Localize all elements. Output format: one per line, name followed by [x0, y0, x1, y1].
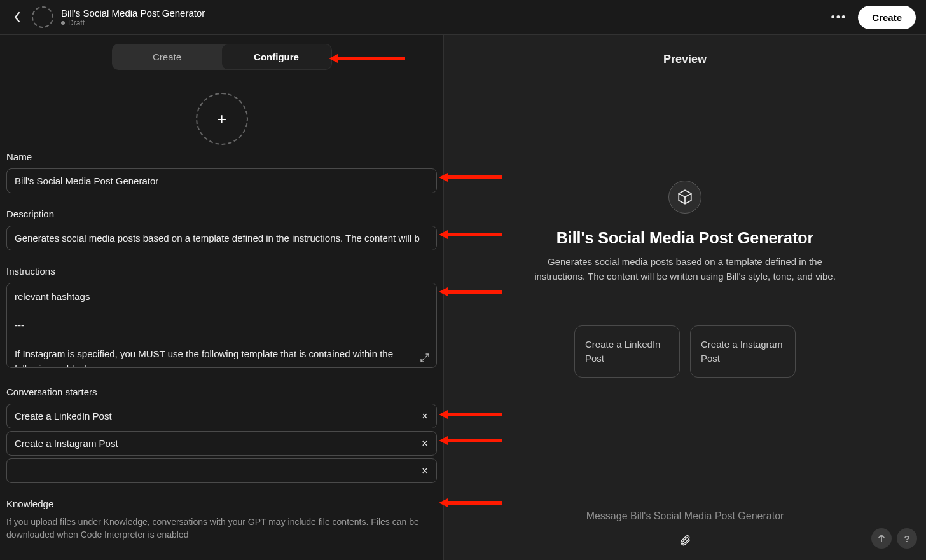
tab-create[interactable]: Create [113, 44, 222, 69]
prompt-card-row: Create a LinkedIn Post Create a Instagra… [574, 325, 796, 378]
close-icon: × [422, 438, 427, 449]
gpt-avatar-placeholder[interactable] [32, 6, 53, 28]
name-input[interactable] [6, 168, 437, 193]
preview-title: Bill's Social Media Post Generator [556, 229, 814, 247]
conversation-starter-input[interactable] [6, 404, 413, 428]
status-label: Draft [68, 18, 85, 27]
preview-heading: Preview [444, 35, 926, 66]
mode-tab-switch: Create Configure [112, 44, 332, 70]
plus-icon: + [217, 109, 226, 129]
instructions-textarea[interactable] [6, 283, 437, 368]
label-name: Name [6, 151, 437, 162]
configure-pane: Create Configure + Name Description Inst… [0, 35, 444, 560]
header-title-block: Bill's Social Media Post Generator Draft [61, 8, 205, 27]
top-bar: Bill's Social Media Post Generator Draft… [0, 0, 926, 35]
question-mark-icon: ? [904, 533, 909, 544]
label-conversation-starters: Conversation starters [6, 386, 437, 397]
delete-starter-button[interactable]: × [413, 431, 437, 456]
help-button[interactable]: ? [897, 528, 917, 549]
send-button[interactable] [871, 528, 892, 549]
prompt-card[interactable]: Create a Instagram Post [690, 325, 796, 378]
tab-configure[interactable]: Configure [222, 44, 331, 69]
more-menu-button[interactable]: ••• [831, 11, 847, 24]
back-button[interactable] [10, 10, 24, 24]
expand-textarea-button[interactable] [420, 353, 431, 364]
gpt-title: Bill's Social Media Post Generator [61, 8, 205, 18]
cube-icon [677, 189, 693, 205]
gpt-status: Draft [61, 18, 205, 27]
attach-button[interactable] [677, 532, 693, 549]
label-description: Description [6, 208, 437, 219]
delete-starter-button[interactable]: × [413, 404, 437, 428]
conversation-starter-row: × [6, 431, 437, 456]
chevron-left-icon [13, 11, 21, 23]
label-knowledge: Knowledge [6, 498, 437, 509]
prompt-card[interactable]: Create a LinkedIn Post [574, 325, 680, 378]
preview-gpt-icon [668, 181, 701, 214]
preview-pane: Preview Bill's Social Media Post Generat… [444, 35, 926, 560]
publish-create-button[interactable]: Create [858, 6, 916, 29]
conversation-starter-group: × × × [6, 404, 437, 483]
conversation-starter-input[interactable] [6, 431, 413, 456]
conversation-starter-input[interactable] [6, 458, 413, 483]
label-instructions: Instructions [6, 266, 437, 277]
message-input-placeholder[interactable]: Message Bill's Social Media Post Generat… [586, 510, 784, 522]
delete-starter-button[interactable]: × [413, 458, 437, 483]
conversation-starter-row: × [6, 458, 437, 483]
close-icon: × [422, 465, 427, 477]
knowledge-description: If you upload files under Knowledge, con… [6, 516, 423, 542]
paperclip-icon [679, 533, 691, 547]
status-dot-icon [61, 21, 65, 25]
arrow-up-icon [877, 534, 886, 543]
preview-description: Generates social media posts based on a … [532, 255, 838, 283]
description-input[interactable] [6, 226, 437, 250]
upload-image-button[interactable]: + [196, 93, 248, 145]
close-icon: × [422, 411, 427, 422]
ellipsis-icon: ••• [831, 11, 847, 24]
conversation-starter-row: × [6, 404, 437, 428]
expand-icon [420, 353, 429, 362]
